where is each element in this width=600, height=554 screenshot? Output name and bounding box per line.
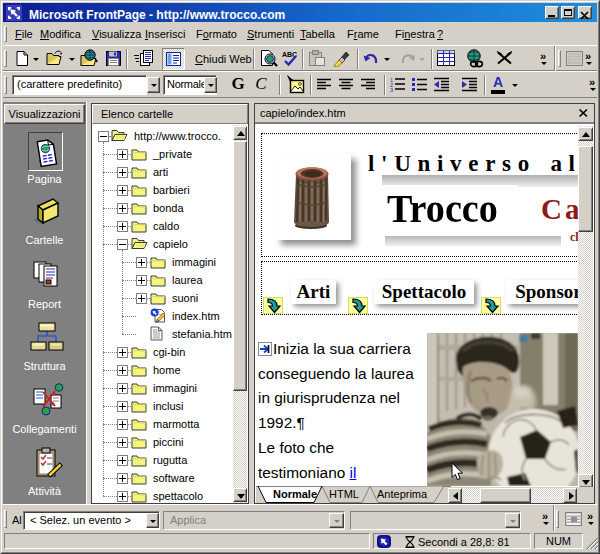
svg-text:HTML: HTML (329, 488, 359, 500)
svg-text:Anteprima: Anteprima (377, 488, 428, 500)
svg-text:Normale: Normale (273, 488, 317, 500)
svg-text:3: 3 (390, 87, 393, 92)
